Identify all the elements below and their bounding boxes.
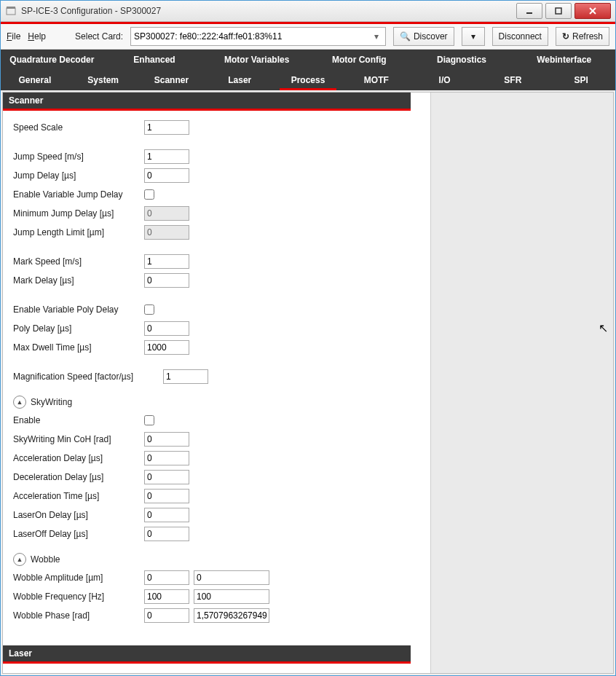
input-min-jump-delay: [144, 206, 189, 221]
search-icon: 🔍: [400, 31, 411, 42]
input-mark-delay[interactable]: [144, 273, 189, 288]
input-sw-laseron-delay[interactable]: [144, 508, 189, 522]
svg-rect-3: [556, 8, 561, 14]
right-gutter: [430, 93, 613, 673]
input-wobble-amplitude-1[interactable]: [144, 570, 189, 585]
label-sw-accel-delay: Acceleration Delay [µs]: [13, 453, 140, 463]
input-sw-laseroff-delay[interactable]: [144, 527, 189, 541]
card-select[interactable]: SP300027: fe80::222:4aff:fe01:83%11 ▾: [130, 27, 386, 46]
label-sw-laseron-delay: LaserOn Delay [µs]: [13, 510, 140, 520]
tab-spi[interactable]: SPI: [547, 70, 615, 90]
tab-enhanced[interactable]: Enhanced: [103, 50, 206, 70]
label-max-dwell-time: Max Dwell Time [µs]: [13, 342, 140, 353]
input-sw-accel-time[interactable]: [144, 489, 189, 503]
label-speed-scale: Speed Scale: [13, 122, 140, 133]
input-wobble-phase-2[interactable]: [194, 608, 269, 623]
tab-diagnostics[interactable]: Diagnostics: [411, 50, 513, 70]
label-sw-min-coh: SkyWriting Min CoH [rad]: [13, 434, 140, 444]
input-max-dwell-time[interactable]: [144, 340, 189, 355]
chevron-down-icon: ▾: [371, 28, 382, 44]
tab-motor-config[interactable]: Motor Config: [308, 50, 411, 70]
refresh-label: Refresh: [572, 31, 603, 42]
input-jump-length-limit: [144, 225, 189, 240]
svg-rect-0: [7, 8, 15, 15]
tab-sfr[interactable]: SFR: [478, 70, 547, 90]
tab-scanner[interactable]: Scanner: [138, 70, 206, 90]
discover-label: Discover: [414, 31, 448, 42]
label-poly-delay: Poly Delay [µs]: [13, 323, 140, 334]
label-enable-var-poly-delay: Enable Variable Poly Delay: [13, 304, 140, 315]
section-scanner-header: Scanner: [3, 93, 411, 111]
input-speed-scale[interactable]: [144, 120, 189, 135]
input-jump-delay[interactable]: [144, 168, 189, 183]
label-wobble-phase: Wobble Phase [rad]: [13, 610, 140, 621]
label-sw-laseroff-delay: LaserOff Delay [µs]: [13, 529, 140, 539]
tab-motor-variables[interactable]: Motor Variables: [205, 50, 308, 70]
tab-quadrature-decoder[interactable]: Quadrature Decoder: [1, 50, 103, 70]
group-wobble-title: Wobble: [31, 554, 60, 565]
toolbar: File Help Select Card: SP300027: fe80::2…: [1, 24, 615, 50]
label-min-jump-delay: Minimum Jump Delay [µs]: [13, 208, 140, 219]
label-sw-enable: Enable: [13, 415, 140, 425]
disconnect-button[interactable]: Disconnect: [492, 27, 548, 46]
label-wobble-amplitude: Wobble Amplitude [µm]: [13, 573, 140, 583]
checkbox-enable-var-jump-delay[interactable]: [144, 189, 154, 200]
tab-motf[interactable]: MOTF: [342, 70, 411, 90]
input-wobble-frequency-1[interactable]: [144, 589, 189, 604]
svg-rect-1: [7, 7, 15, 9]
titlebar: SP-ICE-3 Configuration - SP300027: [1, 1, 615, 22]
tab-laser[interactable]: Laser: [205, 70, 274, 90]
label-sw-decel-delay: Deceleration Delay [µs]: [13, 472, 140, 482]
checkbox-enable-var-poly-delay[interactable]: [144, 304, 154, 315]
refresh-button[interactable]: ↻ Refresh: [556, 27, 609, 46]
minimize-button[interactable]: [516, 3, 542, 19]
input-sw-decel-delay[interactable]: [144, 470, 189, 484]
label-jump-length-limit: Jump Length Limit [µm]: [13, 227, 140, 237]
checkbox-sw-enable[interactable]: [144, 415, 154, 425]
app-icon: [5, 5, 17, 17]
close-button[interactable]: [574, 3, 611, 19]
refresh-icon: ↻: [562, 31, 569, 42]
label-jump-speed: Jump Speed [m/s]: [13, 152, 140, 162]
input-wobble-amplitude-2[interactable]: [194, 570, 269, 585]
label-enable-var-jump-delay: Enable Variable Jump Delay: [13, 189, 140, 200]
card-select-value: SP300027: fe80::222:4aff:fe01:83%11: [134, 31, 368, 42]
tab-general[interactable]: General: [1, 70, 69, 90]
label-mark-delay: Mark Delay [µs]: [13, 275, 140, 286]
content-scroll[interactable]: Scanner Speed Scale Jump Speed [m/s] Jum…: [3, 93, 430, 673]
collapse-wobble[interactable]: ▲: [13, 553, 26, 566]
label-wobble-frequency: Wobble Frequency [Hz]: [13, 592, 140, 602]
label-magnification-speed: Magnification Speed [factor/µs]: [13, 372, 159, 382]
input-sw-accel-delay[interactable]: [144, 451, 189, 465]
chevron-down-icon: ▾: [471, 31, 475, 42]
maximize-button[interactable]: [545, 3, 572, 19]
window-title: SP-ICE-3 Configuration - SP300027: [21, 6, 161, 16]
input-sw-min-coh[interactable]: [144, 432, 189, 447]
menu-file[interactable]: File: [7, 31, 20, 42]
tab-bar: Quadrature DecoderEnhancedMotor Variable…: [1, 50, 615, 90]
discover-dropdown[interactable]: ▾: [462, 27, 485, 46]
input-mark-speed[interactable]: [144, 254, 189, 269]
input-wobble-phase-1[interactable]: [144, 608, 189, 623]
label-sw-accel-time: Acceleration Time [µs]: [13, 491, 140, 501]
input-jump-speed[interactable]: [144, 149, 189, 164]
label-mark-speed: Mark Speed [m/s]: [13, 256, 140, 267]
input-magnification-speed[interactable]: [163, 369, 208, 384]
label-jump-delay: Jump Delay [µs]: [13, 170, 140, 181]
tab-system[interactable]: System: [69, 70, 138, 90]
section-laser-header: Laser: [3, 645, 411, 664]
content-outer: Scanner Speed Scale Jump Speed [m/s] Jum…: [2, 92, 614, 674]
tab-process[interactable]: Process: [274, 70, 342, 90]
collapse-skywriting[interactable]: ▲: [13, 396, 26, 409]
tab-webinterface[interactable]: Webinterface: [513, 50, 615, 70]
group-skywriting-title: SkyWriting: [31, 397, 72, 407]
discover-button[interactable]: 🔍 Discover: [393, 27, 454, 46]
select-card-label: Select Card:: [75, 31, 123, 42]
disconnect-label: Disconnect: [499, 31, 542, 42]
tab-i-o[interactable]: I/O: [411, 70, 479, 90]
input-poly-delay[interactable]: [144, 321, 189, 336]
menu-help[interactable]: Help: [28, 31, 46, 42]
input-wobble-frequency-2[interactable]: [194, 589, 269, 604]
